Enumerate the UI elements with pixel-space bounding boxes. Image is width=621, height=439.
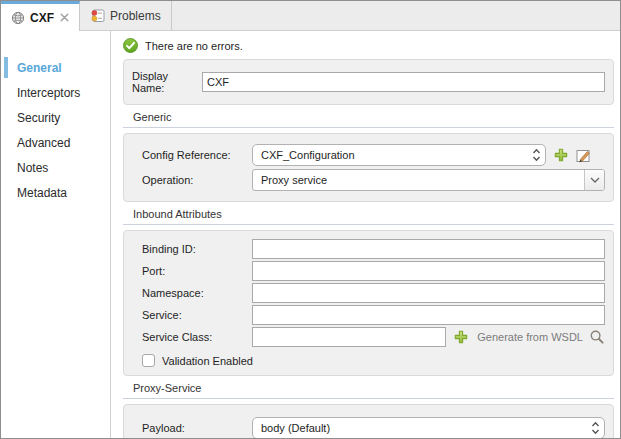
display-name-input[interactable] — [202, 72, 605, 92]
sidebar-item-label: Interceptors — [17, 86, 80, 100]
port-label: Port: — [142, 265, 252, 277]
config-reference-value: CXF_Configuration — [261, 149, 355, 161]
payload-label: Payload: — [142, 422, 252, 434]
config-reference-label: Config Reference: — [142, 149, 252, 161]
inbound-group: Binding ID: Port: Namespace: Service: Se… — [123, 230, 614, 376]
sidebar: General Interceptors Security Advanced N… — [1, 31, 111, 438]
status-message: There are no errors. — [145, 40, 243, 52]
tab-cxf[interactable]: CXF — [1, 1, 80, 31]
binding-id-label: Binding ID: — [142, 243, 252, 255]
section-title-inbound: Inbound Attributes — [123, 208, 614, 225]
sidebar-item-interceptors[interactable]: Interceptors — [1, 80, 110, 105]
proxy-service-group: Payload: body (Default) — [123, 404, 614, 438]
operation-label: Operation: — [142, 174, 252, 186]
add-service-class-button[interactable] — [454, 330, 468, 344]
tab-problems[interactable]: Problems — [80, 1, 172, 30]
validation-enabled-checkbox[interactable] — [142, 354, 155, 367]
service-class-label: Service Class: — [142, 331, 252, 343]
tab-problems-label: Problems — [110, 9, 161, 23]
operation-dropdown[interactable]: Proxy service — [252, 169, 605, 191]
service-label: Service: — [142, 309, 252, 321]
validation-enabled-label: Validation Enabled — [162, 355, 253, 367]
binding-id-input[interactable] — [252, 239, 605, 259]
display-name-label: Display Name: — [132, 70, 202, 94]
service-input[interactable] — [252, 305, 605, 325]
selection-indicator — [4, 57, 8, 78]
section-title-proxy-service: Proxy-Service — [123, 382, 614, 399]
check-circle-icon — [123, 38, 138, 53]
stepper-icon — [528, 148, 545, 162]
sidebar-item-label: Notes — [17, 161, 48, 175]
chevron-down-icon — [584, 170, 604, 190]
namespace-label: Namespace: — [142, 287, 252, 299]
generate-from-wsdl-link[interactable]: Generate from WSDL — [477, 331, 583, 343]
sidebar-item-label: Security — [17, 111, 60, 125]
sidebar-item-metadata[interactable]: Metadata — [1, 180, 110, 205]
tab-cxf-label: CXF — [30, 11, 54, 25]
operation-value: Proxy service — [261, 174, 327, 186]
payload-value: body (Default) — [261, 422, 330, 434]
generic-group: Config Reference: CXF_Configuration — [123, 133, 614, 202]
edit-config-button[interactable] — [576, 148, 591, 163]
sidebar-item-label: Metadata — [17, 186, 67, 200]
close-icon[interactable] — [60, 13, 69, 22]
properties-panel: There are no errors. Display Name: Gener… — [111, 31, 620, 438]
display-name-group: Display Name: — [123, 59, 614, 105]
payload-combo[interactable]: body (Default) — [252, 417, 605, 438]
problems-icon — [90, 8, 105, 23]
sidebar-item-general[interactable]: General — [1, 55, 110, 80]
namespace-input[interactable] — [252, 283, 605, 303]
sidebar-item-security[interactable]: Security — [1, 105, 110, 130]
sidebar-item-label: Advanced — [17, 136, 70, 150]
port-input[interactable] — [252, 261, 605, 281]
editor-body: General Interceptors Security Advanced N… — [1, 31, 620, 438]
tab-bar: CXF Problems — [1, 1, 620, 31]
section-title-generic: Generic — [123, 111, 614, 128]
config-reference-combo[interactable]: CXF_Configuration — [252, 144, 546, 166]
sidebar-item-advanced[interactable]: Advanced — [1, 130, 110, 155]
service-class-input[interactable] — [252, 327, 446, 347]
status-row: There are no errors. — [123, 37, 614, 54]
stepper-icon — [587, 421, 604, 435]
sidebar-item-label: General — [17, 61, 62, 75]
search-icon[interactable] — [589, 329, 605, 345]
sidebar-item-notes[interactable]: Notes — [1, 155, 110, 180]
add-config-button[interactable] — [554, 148, 568, 162]
globe-icon — [11, 11, 25, 25]
cxf-properties-window: CXF Problems — [0, 0, 621, 439]
